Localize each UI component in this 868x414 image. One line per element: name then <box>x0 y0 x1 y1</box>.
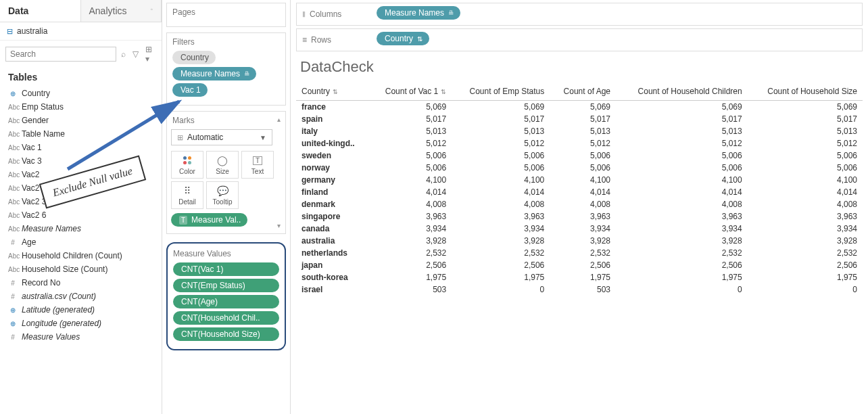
marks-scrollbar[interactable]: ▴▾ <box>277 116 284 229</box>
cell-value: 5,006 <box>550 150 616 162</box>
table-row[interactable]: italy5,0135,0135,0135,0135,013 <box>296 125 863 137</box>
col-header[interactable]: Count of Household Size <box>748 83 863 101</box>
field-vac-1[interactable]: AbcVac 1 <box>0 141 162 154</box>
view-toggle-icon[interactable]: ⊞ ▾ <box>143 45 156 64</box>
cell-value: 4,100 <box>452 174 550 186</box>
table-row[interactable]: norway5,0065,0065,0065,0065,006 <box>296 162 863 174</box>
measure-value-pill[interactable]: CNT(Emp Status) <box>173 279 279 292</box>
cell-value: 2,532 <box>550 247 616 259</box>
col-header[interactable]: Count of Age <box>550 83 616 101</box>
field-label: Vac 3 <box>22 156 42 166</box>
tab-analytics[interactable]: Analytics ◦ <box>81 0 162 22</box>
cell-value: 5,006 <box>616 162 748 174</box>
table-row[interactable]: south-korea1,9751,9751,9751,9751,975 <box>296 271 863 283</box>
field-label: Vac 1 <box>22 143 42 152</box>
table-row[interactable]: germany4,1004,1004,1004,1004,100 <box>296 174 863 186</box>
measure-value-pill[interactable]: CNT(Vac 1) <box>173 262 279 276</box>
mark-text-button[interactable]: TText <box>241 151 274 179</box>
field-label: Measure Values <box>22 332 80 342</box>
filter-pill-country[interactable]: Country <box>172 51 216 64</box>
col-header[interactable]: Count of Emp Status <box>452 83 550 101</box>
cell-value: 5,012 <box>369 137 452 150</box>
mark-detail-button[interactable]: ⠿Detail <box>171 181 203 209</box>
col-header[interactable]: Count of Vac 1⇅ <box>369 83 452 101</box>
col-header[interactable]: Country⇅ <box>296 83 369 101</box>
row-country: israel <box>296 283 369 296</box>
cell-value: 503 <box>369 283 452 296</box>
marks-text-pill[interactable]: T Measure Val.. <box>171 213 247 227</box>
cell-value: 5,017 <box>616 113 748 125</box>
cell-value: 3,963 <box>369 210 452 223</box>
table-row[interactable]: israel503050300 <box>296 283 863 296</box>
cell-value: 5,069 <box>616 101 748 114</box>
rows-pill-country[interactable]: Country ⇅ <box>377 32 429 45</box>
row-country: finland <box>296 186 369 198</box>
search-input[interactable] <box>5 47 116 62</box>
field-measure-names[interactable]: AbcMeasure Names <box>0 222 162 235</box>
field-australia-csv-count-[interactable]: #australia.csv (Count) <box>0 290 162 303</box>
table-row[interactable]: australia3,9283,9283,9283,9283,928 <box>296 235 863 247</box>
data-pane: Data Analytics ◦ ⊟ australia ⌕ ▽ ⊞ ▾ Tab… <box>0 0 162 414</box>
col-header[interactable]: Count of Household Children <box>616 83 748 101</box>
table-row[interactable]: sweden5,0065,0065,0065,0065,006 <box>296 150 863 162</box>
field-type-icon: Abc <box>8 212 18 219</box>
field-emp-status[interactable]: AbcEmp Status <box>0 100 162 114</box>
table-row[interactable]: canada3,9343,9343,9343,9343,934 <box>296 223 863 235</box>
field-record-no[interactable]: #Record No <box>0 276 162 290</box>
mark-tooltip-button[interactable]: 💬Tooltip <box>206 181 239 209</box>
field-household-children-count-[interactable]: AbcHousehold Children (Count) <box>0 249 162 262</box>
text-icon: T <box>245 154 270 166</box>
field-latitude-generated-[interactable]: ⊕Latitude (generated) <box>0 303 162 317</box>
cell-value: 3,934 <box>452 223 550 235</box>
field-gender[interactable]: AbcGender <box>0 114 162 127</box>
measure-value-pill[interactable]: CNT(Household Chil.. <box>173 311 279 325</box>
measure-value-pill[interactable]: CNT(Age) <box>173 295 279 308</box>
table-row[interactable]: japan2,5062,5062,5062,5062,506 <box>296 259 863 271</box>
table-row[interactable]: united-kingd..5,0125,0125,0125,0125,012 <box>296 137 863 150</box>
cell-value: 5,017 <box>550 113 616 125</box>
field-vac2-6[interactable]: AbcVac2 6 <box>0 208 162 222</box>
field-country[interactable]: ⊕Country <box>0 87 162 100</box>
table-row[interactable]: denmark4,0084,0084,0084,0084,008 <box>296 198 863 210</box>
table-row[interactable]: france5,0695,0695,0695,0695,069 <box>296 101 863 114</box>
field-label: Measure Names <box>22 224 81 233</box>
columns-shelf[interactable]: ⦀Columns Measure Names ≞ <box>296 3 863 26</box>
rows-shelf[interactable]: ≡Rows Country ⇅ <box>296 28 863 51</box>
search-magnify-icon[interactable]: ⌕ <box>119 49 128 59</box>
cell-value: 0 <box>452 283 550 296</box>
measure-value-pill[interactable]: CNT(Household Size) <box>173 327 279 341</box>
field-type-icon: Abc <box>8 104 18 111</box>
field-label: Latitude (generated) <box>22 305 95 315</box>
columns-pill-measure-names[interactable]: Measure Names ≞ <box>377 6 460 20</box>
table-row[interactable]: spain5,0175,0175,0175,0175,017 <box>296 113 863 125</box>
cell-value: 5,069 <box>369 101 452 114</box>
filter-pill-vac-1[interactable]: Vac 1 <box>172 83 208 97</box>
cell-value: 5,017 <box>452 113 550 125</box>
row-country: canada <box>296 223 369 235</box>
field-table-name[interactable]: AbcTable Name <box>0 127 162 141</box>
tab-data[interactable]: Data <box>0 0 81 22</box>
row-country: germany <box>296 174 369 186</box>
viz-title[interactable]: DataCheck <box>291 51 868 83</box>
cell-value: 3,928 <box>748 235 863 247</box>
pages-shelf[interactable]: Pages <box>166 3 286 27</box>
cell-value: 3,928 <box>452 235 550 247</box>
field-age[interactable]: #Age <box>0 235 162 249</box>
filter-icon[interactable]: ▽ <box>130 49 141 59</box>
field-household-size-count-[interactable]: AbcHousehold Size (Count) <box>0 262 162 276</box>
table-row[interactable]: singapore3,9633,9633,9633,9633,963 <box>296 210 863 223</box>
field-measure-values[interactable]: #Measure Values <box>0 330 162 344</box>
filter-pill-measure-names[interactable]: Measure Names≞ <box>172 67 256 80</box>
worksheet-view: ⦀Columns Measure Names ≞ ≡Rows Country ⇅… <box>291 0 868 414</box>
cell-value: 5,006 <box>748 150 863 162</box>
datasource-row[interactable]: ⊟ australia <box>0 22 162 41</box>
field-type-icon: Abc <box>8 198 18 206</box>
table-row[interactable]: netherlands2,5322,5322,5322,5322,532 <box>296 247 863 259</box>
table-row[interactable]: finland4,0144,0144,0144,0144,014 <box>296 186 863 198</box>
mark-color-button[interactable]: Color <box>171 151 203 179</box>
filters-shelf[interactable]: Filters CountryMeasure Names≞Vac 1 <box>166 32 286 106</box>
field-longitude-generated-[interactable]: ⊕Longitude (generated) <box>0 317 162 330</box>
marks-type-select[interactable]: ⊞ Automatic ▼ <box>171 129 272 145</box>
mark-size-button[interactable]: ◯Size <box>206 151 239 179</box>
cell-value: 3,934 <box>550 223 616 235</box>
